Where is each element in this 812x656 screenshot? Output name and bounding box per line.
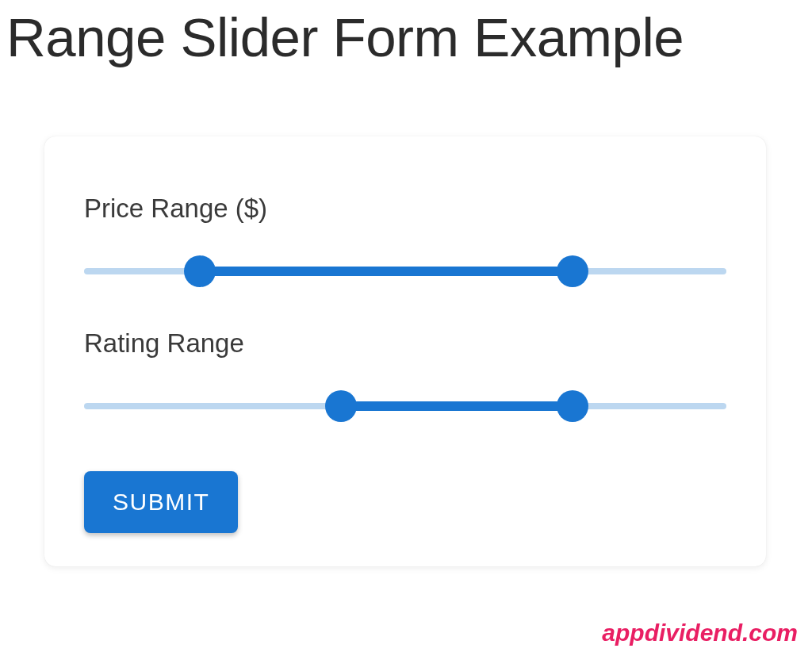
- rating-range-group: Rating Range: [84, 328, 726, 422]
- slider-thumb-low[interactable]: [325, 390, 357, 422]
- price-range-slider[interactable]: [84, 255, 726, 287]
- slider-thumb-high[interactable]: [557, 255, 588, 287]
- watermark: appdividend.com: [602, 620, 798, 646]
- price-range-label: Price Range ($): [84, 194, 726, 224]
- slider-track: [341, 401, 573, 411]
- rating-range-label: Rating Range: [84, 328, 726, 359]
- price-range-group: Price Range ($): [84, 194, 726, 287]
- form-card: Price Range ($) Rating Range SUBMIT: [44, 136, 766, 566]
- page-title: Range Slider Form Example: [0, 0, 812, 69]
- slider-thumb-high[interactable]: [557, 390, 588, 422]
- slider-track: [200, 267, 573, 276]
- slider-thumb-low[interactable]: [184, 255, 216, 287]
- submit-button[interactable]: SUBMIT: [84, 471, 238, 533]
- rating-range-slider[interactable]: [84, 390, 726, 422]
